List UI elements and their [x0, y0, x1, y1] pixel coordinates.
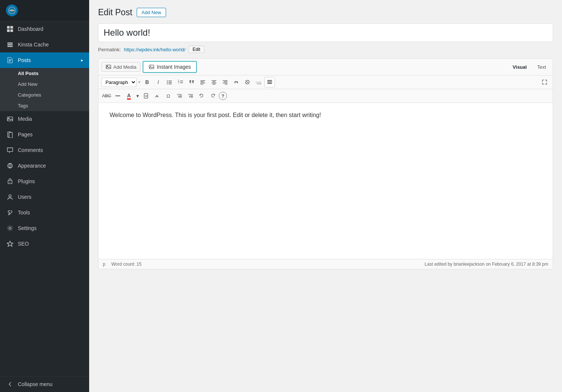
appearance-icon [6, 162, 14, 170]
svg-rect-2 [10, 26, 13, 29]
posts-arrow-icon: ▸ [81, 58, 83, 63]
instant-images-button[interactable]: Instant Images [143, 61, 197, 73]
text-color-button[interactable]: A [124, 91, 134, 101]
svg-rect-14 [9, 133, 12, 138]
sidebar-item-plugins[interactable]: Plugins [0, 174, 89, 189]
sidebar-item-comments[interactable]: Comments [0, 142, 89, 158]
select-arrow-icon: ▾ [138, 80, 140, 85]
strikethrough-button[interactable]: ABC [101, 91, 112, 101]
toolbar-left: Add Media Instant Images [101, 61, 197, 73]
permalink-edit-button[interactable]: Edit [188, 46, 204, 53]
align-center-button[interactable] [209, 77, 219, 87]
submenu-categories[interactable]: Categories [0, 90, 89, 100]
link-button[interactable] [231, 77, 241, 87]
editor-toolbar-top: Add Media Instant Images Visual Text [98, 59, 553, 75]
special-char-button[interactable]: Ω [163, 91, 173, 101]
outdent-button[interactable] [185, 91, 196, 101]
sidebar-item-label-dashboard: Dashboard [18, 26, 43, 32]
sidebar-item-pages[interactable]: Pages [0, 127, 89, 142]
add-media-label: Add Media [113, 64, 136, 70]
submenu-add-new[interactable]: Add New [0, 79, 89, 90]
italic-button[interactable]: I [153, 77, 163, 87]
word-count: Word count: 15 [111, 262, 142, 267]
align-left-button[interactable] [198, 77, 208, 87]
post-title-input[interactable] [98, 23, 553, 42]
paste-from-word-button[interactable]: W [141, 91, 151, 101]
submenu-all-posts[interactable]: All Posts [0, 68, 89, 79]
sidebar: Dashboard Kinsta Cache Posts ▸ All Posts… [0, 0, 89, 392]
posts-icon [6, 56, 14, 64]
text-tab[interactable]: Text [533, 62, 550, 72]
sidebar-item-label-plugins: Plugins [18, 178, 35, 184]
sidebar-item-kinsta-cache[interactable]: Kinsta Cache [0, 37, 89, 52]
comments-icon [6, 146, 14, 154]
bold-button[interactable]: B [142, 77, 152, 87]
submenu-tags[interactable]: Tags [0, 100, 89, 111]
main-content: Edit Post Add New Permalink: https://wpd… [89, 0, 562, 392]
last-edited: Last edited by brianleejackson on Februa… [425, 262, 548, 267]
align-right-button[interactable] [220, 77, 230, 87]
sidebar-item-label-pages: Pages [18, 132, 33, 137]
sidebar-item-label-appearance: Appearance [18, 163, 46, 169]
instant-images-label: Instant Images [157, 64, 191, 70]
page-header: Edit Post Add New [98, 7, 553, 17]
page-title: Edit Post [98, 7, 132, 17]
permalink-label: Permalink: [98, 47, 121, 52]
unordered-list-button[interactable] [164, 77, 175, 87]
sidebar-item-users[interactable]: Users [0, 189, 89, 205]
visual-tab[interactable]: Visual [509, 62, 530, 72]
svg-point-29 [167, 84, 168, 84]
editor-format-bar-2: ABC A ▾ W Ω [98, 89, 553, 103]
svg-text:more: more [257, 82, 261, 85]
editor-body[interactable]: Welcome to WordPress. This is your first… [98, 103, 553, 259]
indent-button[interactable] [174, 91, 185, 101]
text-color-arrow[interactable]: ▾ [135, 91, 140, 101]
add-media-icon [105, 64, 111, 70]
sidebar-collapse[interactable]: Collapse menu [0, 376, 89, 392]
instant-images-icon [149, 64, 155, 70]
sidebar-item-dashboard[interactable]: Dashboard [0, 21, 89, 37]
unlink-button[interactable] [242, 77, 253, 87]
svg-rect-50 [267, 80, 272, 81]
horizontal-rule-button[interactable] [113, 91, 123, 101]
users-icon [6, 193, 14, 201]
redo-button[interactable] [208, 91, 218, 101]
sidebar-item-media[interactable]: Media [0, 111, 89, 127]
insert-readmore-button[interactable]: more [253, 77, 264, 87]
svg-point-25 [167, 81, 168, 81]
sidebar-item-label-posts: Posts [18, 57, 31, 63]
sidebar-item-label-seo: SEO [18, 241, 29, 247]
sidebar-item-seo[interactable]: SEO [0, 236, 89, 252]
sidebar-collapse-label: Collapse menu [18, 381, 52, 387]
paragraph-format-select[interactable]: Paragraph [101, 78, 137, 87]
sidebar-item-tools[interactable]: Tools [0, 205, 89, 220]
undo-button[interactable] [196, 91, 207, 101]
editor-content: Welcome to WordPress. This is your first… [110, 110, 542, 120]
add-media-button[interactable]: Add Media [101, 62, 140, 72]
clear-formatting-button[interactable] [152, 91, 162, 101]
sidebar-item-label-media: Media [18, 116, 32, 122]
sidebar-item-posts[interactable]: Posts ▸ [0, 52, 89, 68]
sidebar-item-label-tools: Tools [18, 210, 30, 216]
help-button[interactable]: ? [219, 92, 227, 100]
toolbar-right: Visual Text [509, 62, 550, 72]
editor-container: Add Media Instant Images Visual Text [98, 58, 553, 269]
svg-point-27 [167, 82, 168, 83]
dashboard-icon [6, 25, 14, 33]
ordered-list-button[interactable]: 1.2. [175, 77, 186, 87]
sidebar-item-appearance[interactable]: Appearance [0, 158, 89, 174]
svg-rect-6 [7, 44, 13, 45]
add-new-button[interactable]: Add New [137, 8, 166, 17]
editor-footer: p Word count: 15 Last edited by brianlee… [98, 259, 553, 269]
permalink-link[interactable]: https://wpdev.ink/hello-world/ [124, 47, 185, 52]
svg-rect-7 [7, 46, 13, 47]
sidebar-item-label-users: Users [18, 194, 32, 200]
sidebar-item-settings[interactable]: Settings [0, 220, 89, 236]
collapse-icon [6, 380, 14, 388]
svg-point-24 [150, 66, 151, 67]
fullscreen-button[interactable] [539, 77, 550, 87]
sidebar-item-label-kinsta: Kinsta Cache [18, 42, 49, 48]
toolbar-toggle-button[interactable] [264, 77, 275, 87]
blockquote-button[interactable] [186, 77, 197, 87]
svg-rect-4 [10, 29, 13, 32]
